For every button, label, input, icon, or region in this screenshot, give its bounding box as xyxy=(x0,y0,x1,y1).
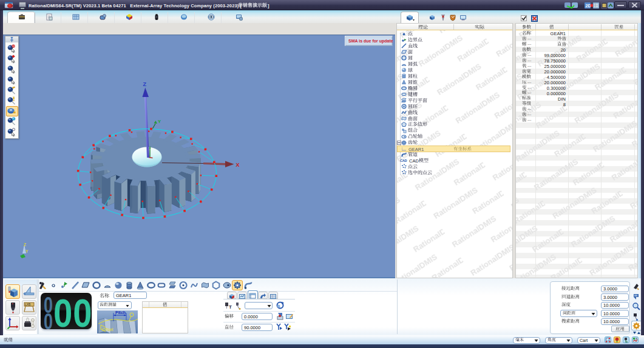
svg-text:X: X xyxy=(236,162,240,168)
svg-text:LXB: LXB xyxy=(25,303,31,306)
svg-text:Z: Z xyxy=(143,81,147,87)
svg-text:Z: Z xyxy=(24,243,26,247)
svg-text:Offset: Offset xyxy=(102,327,114,332)
svg-text:2D: 2D xyxy=(586,4,591,8)
svg-text:Pitch: Pitch xyxy=(115,310,126,315)
svg-text:T: T xyxy=(229,304,232,310)
svg-text:Y: Y xyxy=(158,119,161,124)
svg-text:Y: Y xyxy=(25,249,29,253)
